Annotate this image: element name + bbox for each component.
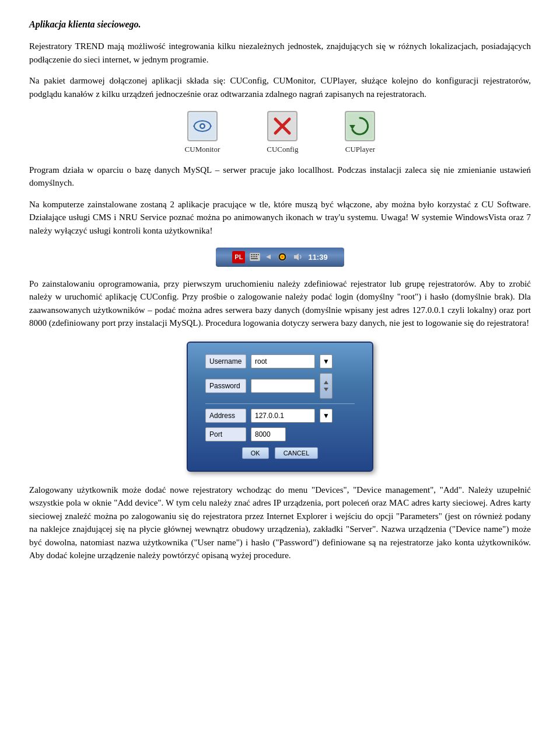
paragraph-5: Po zainstalowaniu oprogramowania, przy p… (29, 277, 531, 330)
login-buttons: OK CANCEL (205, 447, 355, 459)
port-label: Port (205, 427, 246, 441)
svg-point-3 (201, 125, 204, 128)
svg-rect-14 (256, 254, 257, 255)
cumonitor-label: CUMonitor (185, 144, 220, 155)
username-value: root (251, 354, 315, 368)
login-dialog-container: Username root ▼ Password Address 127.0.0… (29, 342, 531, 472)
icons-row: CUMonitor CUConfig CUPlayer (29, 111, 531, 155)
paragraph-4: Na komputerze zainstalowane zostaną 2 ap… (29, 198, 531, 238)
page-title: Aplikacja klienta sieciowego. (29, 18, 531, 32)
port-value: 8000 (251, 427, 286, 441)
svg-rect-12 (251, 254, 253, 255)
cuconfig-icon (267, 111, 298, 141)
password-value (251, 379, 315, 393)
password-label: Password (205, 379, 246, 393)
svg-rect-13 (253, 254, 255, 255)
address-row: Address 127.0.0.1 ▼ (205, 409, 355, 423)
svg-rect-17 (253, 256, 255, 257)
svg-marker-26 (324, 388, 328, 391)
tray-bar: PL 11:39 (216, 248, 344, 267)
username-row: Username root ▼ (205, 354, 355, 368)
keyboard-icon (250, 253, 260, 261)
cumonitor-block: CUMonitor (185, 111, 220, 155)
svg-rect-19 (251, 258, 258, 259)
svg-marker-20 (266, 255, 271, 259)
sun-icon (276, 251, 288, 263)
password-scroll (320, 373, 332, 399)
username-dropdown: ▼ (320, 354, 332, 368)
port-row: Port 8000 (205, 427, 355, 441)
cumonitor-icon (187, 111, 218, 141)
cuplayer-label: CUPlayer (345, 144, 375, 155)
svg-rect-16 (251, 256, 253, 257)
tray-container: PL 11:39 (29, 248, 531, 267)
login-divider (205, 403, 355, 404)
left-arrow-icon (265, 253, 272, 260)
paragraph-2: Na pakiet darmowej dołączonej aplikacji … (29, 74, 531, 100)
cuplayer-icon (345, 111, 375, 141)
address-dropdown: ▼ (320, 409, 332, 423)
svg-rect-15 (258, 254, 259, 255)
paragraph-6: Zalogowany użytkownik może dodać nowe re… (29, 483, 531, 562)
paragraph-3: Program działa w oparciu o bazę danych M… (29, 163, 531, 190)
cancel-button[interactable]: CANCEL (275, 447, 318, 459)
svg-rect-18 (256, 256, 257, 257)
volume-icon (293, 253, 303, 261)
svg-marker-24 (294, 253, 299, 260)
svg-marker-25 (324, 381, 328, 384)
cuconfig-label: CUConfig (267, 144, 298, 155)
cuplayer-block: CUPlayer (345, 111, 375, 155)
ok-button[interactable]: OK (242, 447, 269, 459)
tray-clock: 11:39 (308, 252, 327, 263)
cuconfig-block: CUConfig (267, 111, 298, 155)
paragraph-1: Rejestratory TREND mają możliwość integr… (29, 40, 531, 66)
address-value: 127.0.0.1 (251, 409, 315, 423)
login-dialog: Username root ▼ Password Address 127.0.0… (187, 342, 373, 472)
address-label: Address (205, 409, 246, 423)
tray-flag: PL (232, 251, 245, 263)
username-label: Username (205, 354, 246, 368)
svg-point-23 (281, 256, 284, 258)
